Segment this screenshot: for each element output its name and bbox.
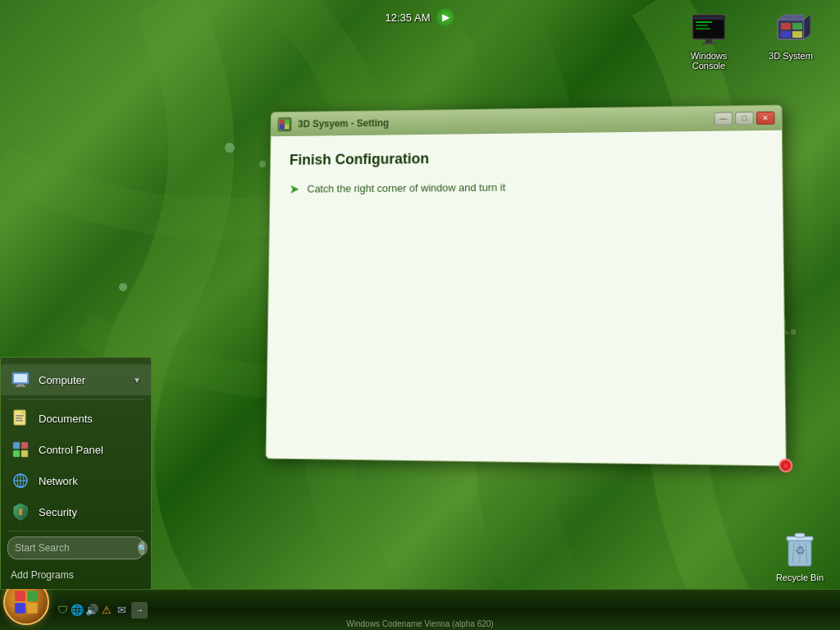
window-app-icon (277, 117, 291, 132)
mail-tray-icon[interactable]: ✉ (115, 604, 128, 617)
window-title: 3D Sysyem - Setting (298, 113, 707, 130)
computer-label: Computer (39, 374, 85, 386)
svg-rect-11 (696, 25, 708, 26)
instruction-text: Catch the right corner of window and tur… (307, 181, 505, 195)
3d-system-icon (771, 8, 810, 48)
recycle-bin[interactable]: ♻ Recycle Bin (776, 530, 824, 582)
search-box[interactable]: 🔍 (7, 536, 144, 559)
taskbar: 🛡 🌐 🔊 ⚠ ✉ → Windows Codename Vienna (alp… (0, 589, 840, 630)
taskbar-arrow-button[interactable]: → (131, 602, 148, 619)
control-panel-icon (11, 440, 30, 459)
chevron-down-icon: ▼ (133, 376, 141, 385)
svg-rect-34 (21, 450, 28, 457)
security-label: Security (39, 506, 77, 518)
network-tray-icon[interactable]: 🌐 (71, 604, 84, 617)
close-button[interactable]: ✕ (756, 112, 775, 125)
svg-rect-23 (14, 374, 27, 382)
menu-item-documents[interactable]: Documents (1, 403, 151, 434)
window-content: Finish Configuration ➤ Catch the right c… (267, 130, 786, 466)
computer-icon (11, 370, 30, 390)
svg-rect-21 (792, 31, 802, 38)
windows-console-label: Windows Console (676, 51, 742, 71)
svg-rect-52 (27, 591, 38, 601)
recycle-bin-icon: ♻ (783, 530, 816, 569)
svg-rect-28 (16, 415, 24, 417)
window-instruction: ➤ Catch the right corner of window and t… (289, 177, 762, 196)
minimize-button[interactable]: — (714, 112, 733, 126)
desktop: 12:35 AM ▶ Windows Console (0, 0, 840, 630)
svg-rect-32 (21, 442, 28, 449)
svg-rect-29 (16, 418, 22, 419)
svg-rect-25 (16, 386, 25, 387)
network-label: Network (39, 475, 78, 487)
window-controls: — □ ✕ (714, 112, 775, 126)
svg-rect-12 (696, 28, 710, 30)
security-tray-icon[interactable]: 🛡 (56, 604, 69, 617)
search-button[interactable]: 🔍 (138, 541, 148, 555)
security-icon (11, 502, 30, 522)
svg-point-0 (225, 143, 235, 153)
svg-rect-53 (15, 603, 25, 614)
volume-tray-icon[interactable]: 🔊 (85, 604, 98, 617)
menu-item-network[interactable]: Network (1, 465, 151, 496)
maximize-button[interactable]: □ (735, 112, 754, 125)
svg-rect-13 (705, 39, 712, 43)
clock-time: 12:35 AM (386, 11, 431, 24)
recycle-bin-label: Recycle Bin (776, 573, 824, 582)
svg-rect-54 (27, 603, 38, 614)
menu-item-security[interactable]: Security (1, 496, 151, 527)
control-panel-label: Control Panel (39, 444, 103, 456)
3d-system-label: 3D System (769, 51, 813, 61)
desktop-icons-area: Windows Console 3D System (676, 8, 824, 71)
svg-rect-40 (280, 120, 285, 125)
svg-marker-17 (804, 15, 810, 39)
svg-rect-43 (285, 125, 290, 130)
documents-icon (11, 409, 30, 428)
svg-rect-10 (696, 21, 712, 23)
search-input[interactable] (15, 542, 138, 554)
svg-rect-30 (16, 420, 23, 422)
clock-arrow-button[interactable]: ▶ (436, 8, 454, 26)
svg-rect-33 (13, 450, 20, 457)
windows-console-icon (689, 8, 728, 48)
instruction-arrow-icon: ➤ (289, 181, 299, 197)
svg-rect-20 (781, 31, 791, 38)
svg-rect-46 (795, 533, 805, 537)
documents-label: Documents (39, 413, 93, 425)
svg-rect-51 (15, 591, 25, 601)
menu-item-control-panel[interactable]: Control Panel (1, 434, 151, 465)
menu-item-computer[interactable]: Computer ▼ (1, 364, 151, 395)
shield-tray-icon[interactable]: ⚠ (100, 604, 113, 617)
desktop-icon-windows-console[interactable]: Windows Console (676, 8, 742, 71)
svg-rect-31 (13, 442, 20, 449)
svg-rect-19 (792, 23, 802, 30)
svg-rect-14 (702, 43, 715, 44)
svg-rect-24 (17, 384, 24, 386)
add-programs-link[interactable]: Add Programs (1, 564, 151, 586)
svg-rect-42 (280, 125, 285, 130)
resize-handle[interactable] (778, 459, 792, 472)
window-heading: Finish Configuration (290, 147, 762, 168)
svg-point-6 (119, 283, 127, 291)
notification-icons: 🛡 🌐 🔊 ⚠ ✉ (56, 604, 128, 617)
network-icon (11, 471, 30, 491)
svg-marker-16 (778, 15, 804, 20)
svg-rect-18 (781, 23, 791, 30)
desktop-icon-3d-system[interactable]: 3D System (758, 8, 824, 61)
menu-divider-1 (7, 399, 144, 399)
start-menu: Computer ▼ Documents (0, 357, 152, 589)
menu-divider-2 (7, 531, 144, 532)
svg-text:♻: ♻ (794, 544, 805, 557)
setting-window: 3D Sysyem - Setting — □ ✕ Finish Configu… (266, 105, 787, 467)
svg-rect-41 (285, 120, 290, 125)
svg-rect-39 (19, 509, 22, 515)
svg-rect-9 (694, 16, 724, 20)
version-text: Windows Codename Vienna (alpha 620) (346, 619, 493, 628)
svg-point-1 (259, 161, 266, 167)
